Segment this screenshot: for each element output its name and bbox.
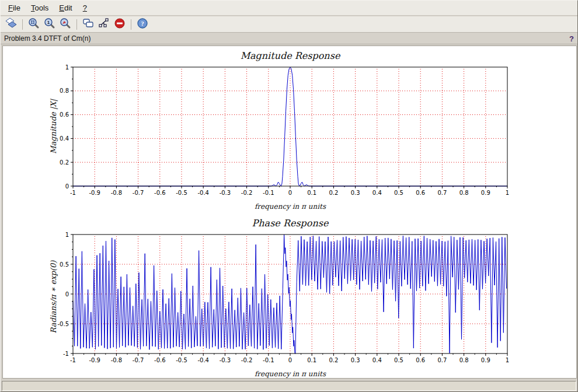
svg-text:-0.5: -0.5 — [176, 190, 187, 196]
toolbar-separator — [131, 19, 131, 30]
zoom-area-icon — [28, 18, 40, 31]
svg-text:0.8: 0.8 — [459, 190, 469, 196]
svg-text:0.6: 0.6 — [416, 190, 425, 196]
svg-text:-0.4: -0.4 — [197, 357, 209, 363]
svg-text:0.8: 0.8 — [459, 357, 469, 363]
svg-text:0: 0 — [288, 357, 292, 363]
svg-text:-0.9: -0.9 — [89, 190, 100, 196]
svg-text:0.6: 0.6 — [416, 357, 425, 363]
menu-tools[interactable]: Tools — [26, 2, 54, 14]
svg-text:-0.3: -0.3 — [220, 357, 231, 363]
menu-help[interactable]: ? — [78, 2, 92, 14]
rotate-icon — [5, 18, 17, 31]
figure-title: Problem 3.4 DTFT of Cm(n) — [4, 34, 90, 43]
svg-text:-0.2: -0.2 — [241, 190, 253, 196]
svg-text:-0.1: -0.1 — [263, 357, 274, 363]
stop-button[interactable] — [113, 18, 127, 32]
svg-text:0.3: 0.3 — [351, 190, 360, 196]
svg-text:-0.7: -0.7 — [133, 190, 144, 196]
svg-text:0.2: 0.2 — [329, 190, 338, 196]
svg-text:0.5: 0.5 — [394, 357, 403, 363]
svg-text:0: 0 — [65, 291, 69, 298]
svg-text:0.8: 0.8 — [60, 88, 69, 94]
zoom-area-button[interactable] — [27, 18, 41, 32]
copy-button[interactable] — [81, 18, 95, 32]
graphics-editor-button[interactable] — [97, 18, 111, 32]
toolbar-separator — [22, 19, 23, 30]
scilab-graphic-window: FileToolsEdit? — [0, 0, 578, 392]
original-view-icon: 1 — [44, 18, 55, 31]
figure-canvas[interactable]: Magnitude Response -1-0.9-0.8-0.7-0.6-0.… — [2, 46, 577, 379]
svg-text:1: 1 — [506, 357, 509, 363]
svg-text:1: 1 — [65, 232, 69, 238]
svg-text:-0.5: -0.5 — [57, 321, 69, 327]
toolbar: 1 — [1, 16, 577, 33]
svg-text:1: 1 — [506, 190, 509, 196]
phase-plot: -1-0.9-0.8-0.7-0.6-0.5-0.4-0.3-0.2-0.100… — [50, 228, 517, 372]
zoom-out-button[interactable] — [58, 18, 72, 32]
magnitude-xaxis-label: frequency in π units — [3, 202, 577, 211]
svg-text:?: ? — [141, 20, 144, 27]
phase-xaxis-label: frequency in π units — [3, 370, 577, 378]
status-bar — [2, 381, 576, 391]
svg-text:0: 0 — [288, 190, 292, 196]
svg-text:-0.9: -0.9 — [89, 357, 100, 363]
svg-text:-0.6: -0.6 — [154, 357, 166, 363]
svg-text:1: 1 — [65, 64, 69, 71]
svg-text:-0.3: -0.3 — [220, 190, 231, 196]
svg-text:0.3: 0.3 — [351, 357, 360, 363]
svg-text:-0.8: -0.8 — [111, 357, 123, 363]
svg-text:0.7: 0.7 — [437, 190, 447, 196]
graphics-editor-icon — [98, 18, 110, 31]
menu-file[interactable]: File — [3, 2, 26, 14]
svg-text:-0.2: -0.2 — [241, 357, 253, 363]
svg-text:0.9: 0.9 — [481, 357, 490, 363]
svg-text:0: 0 — [65, 183, 69, 190]
menu-bar: FileToolsEdit? — [1, 1, 577, 16]
stop-icon — [114, 18, 126, 31]
svg-text:-0.7: -0.7 — [133, 357, 144, 363]
menu-edit[interactable]: Edit — [54, 2, 77, 14]
svg-text:0.2: 0.2 — [329, 357, 338, 363]
zoom-out-icon — [60, 18, 71, 31]
svg-text:0.4: 0.4 — [60, 135, 69, 142]
svg-text:-1: -1 — [63, 351, 69, 357]
rotate-button[interactable] — [4, 18, 18, 32]
copy-icon — [82, 18, 94, 31]
about-button[interactable]: ? — [135, 18, 149, 32]
svg-text:0.6: 0.6 — [60, 111, 69, 118]
svg-text:-0.5: -0.5 — [176, 357, 187, 363]
svg-text:0.5: 0.5 — [60, 261, 69, 268]
magnitude-plot: -1-0.9-0.8-0.7-0.6-0.5-0.4-0.3-0.2-0.100… — [50, 60, 517, 205]
phase-yaxis-label: Radians/π ∗ exp(0) — [49, 261, 58, 334]
svg-text:-0.4: -0.4 — [197, 190, 209, 196]
magnitude-yaxis-label: Magnitude |X| — [49, 99, 58, 154]
svg-text:0.1: 0.1 — [307, 357, 316, 363]
svg-text:0.9: 0.9 — [481, 190, 490, 196]
svg-text:-0.6: -0.6 — [154, 190, 166, 196]
about-icon: ? — [137, 18, 148, 31]
svg-text:-1: -1 — [70, 357, 76, 363]
svg-text:0.2: 0.2 — [60, 159, 69, 166]
svg-text:-1: -1 — [70, 190, 76, 196]
toolbar-separator — [76, 19, 77, 30]
info-bar: Problem 3.4 DTFT of Cm(n) ? — [1, 33, 577, 44]
svg-text:0.4: 0.4 — [372, 357, 382, 363]
svg-text:0.5: 0.5 — [394, 190, 403, 196]
svg-text:1: 1 — [47, 20, 50, 25]
svg-text:0.1: 0.1 — [307, 190, 316, 196]
svg-text:0.7: 0.7 — [437, 357, 447, 363]
infobar-help[interactable]: ? — [569, 34, 574, 43]
original-view-button[interactable]: 1 — [43, 18, 57, 32]
svg-text:-0.8: -0.8 — [111, 190, 123, 196]
svg-text:-0.1: -0.1 — [263, 190, 274, 196]
svg-text:0.4: 0.4 — [372, 190, 382, 196]
